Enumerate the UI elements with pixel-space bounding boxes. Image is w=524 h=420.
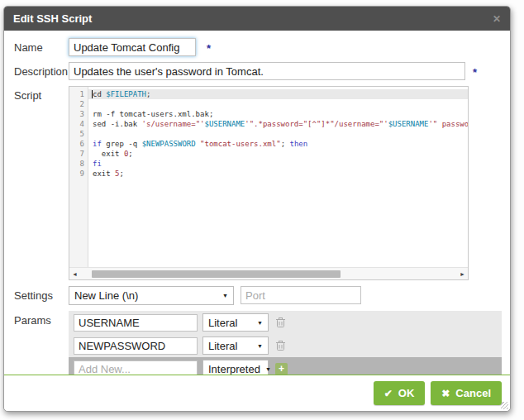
settings-label: Settings [14, 286, 69, 302]
param-type-value: Literal [208, 340, 237, 352]
description-label: Description [14, 62, 69, 78]
code-line[interactable]: rm -f tomcat-users.xml.bak; [88, 109, 468, 119]
line-number: 4 [69, 119, 84, 129]
line-number: 9 [69, 169, 84, 179]
name-label: Name [14, 38, 69, 54]
param-type-value: Interpreted [208, 363, 260, 375]
scrollbar-track[interactable] [80, 270, 457, 278]
code-line[interactable] [88, 99, 468, 109]
trash-icon[interactable] [275, 317, 286, 328]
trash-icon[interactable] [275, 340, 286, 351]
line-number: 1 [69, 89, 84, 99]
scroll-right-icon[interactable]: ► [457, 271, 468, 277]
description-input[interactable] [69, 62, 465, 80]
line-number: 5 [69, 129, 84, 139]
resize-handle-icon[interactable] [501, 402, 508, 409]
scroll-left-icon[interactable]: ◄ [69, 271, 80, 277]
description-row: Description * [14, 62, 502, 80]
script-row: Script 123456789 cd $FILEPATH;rm -f tomc… [14, 86, 502, 280]
cancel-button[interactable]: ✖ Cancel [431, 381, 502, 405]
add-param-button[interactable]: + [275, 363, 288, 375]
dialog-body: Name * Description * Script 123456789 cd… [4, 31, 510, 380]
line-ending-select[interactable]: New Line (\n) ▼ [69, 286, 234, 305]
code-line[interactable]: exit 0; [88, 149, 468, 159]
description-required-mark: * [473, 62, 477, 79]
chevron-down-icon: ▼ [217, 293, 228, 298]
name-input[interactable] [69, 38, 196, 56]
param-type-select[interactable]: Literal▼ [202, 336, 269, 355]
params-panel: Literal▼Literal▼Interpreted▼+ [69, 311, 502, 380]
ok-button-label: OK [398, 387, 415, 399]
cancel-button-label: Cancel [455, 387, 491, 399]
chevron-down-icon: ▼ [260, 366, 271, 372]
check-icon: ✔ [384, 388, 393, 399]
params-label: Params [14, 311, 69, 327]
script-code-editor[interactable]: 123456789 cd $FILEPATH;rm -f tomcat-user… [69, 86, 469, 280]
line-number: 2 [69, 99, 84, 109]
line-number: 7 [69, 149, 84, 159]
params-row: Params Literal▼Literal▼Interpreted▼+ [14, 311, 502, 380]
line-number: 8 [69, 159, 84, 169]
line-number: 3 [69, 109, 84, 119]
line-number-gutter: 123456789 [69, 87, 88, 267]
ok-button[interactable]: ✔ OK [374, 381, 426, 405]
line-ending-value: New Line (\n) [74, 289, 138, 302]
param-type-value: Literal [208, 317, 237, 329]
name-required-mark: * [207, 38, 211, 55]
code-line[interactable]: cd $FILEPATH; [88, 89, 468, 99]
settings-row: Settings New Line (\n) ▼ [14, 286, 502, 305]
param-type-select[interactable]: Literal▼ [202, 313, 269, 332]
code-line[interactable]: fi [88, 159, 468, 169]
code-line[interactable]: sed -i.bak 's/username="'$USERNAME'".*pa… [88, 119, 468, 129]
code-line[interactable]: if grep -q $NEWPASSWORD "tomcat-users.xm… [88, 139, 468, 149]
dialog-title: Edit SSH Script [13, 12, 493, 25]
code-area[interactable]: 123456789 cd $FILEPATH;rm -f tomcat-user… [69, 87, 468, 267]
edit-ssh-script-dialog: Edit SSH Script ✕ Name * Description * S… [3, 6, 511, 412]
chevron-down-icon: ▼ [252, 320, 263, 326]
line-number: 6 [69, 139, 84, 149]
port-input[interactable] [241, 286, 361, 304]
code-line[interactable]: exit 5; [88, 169, 468, 179]
dialog-footer: ✔ OK ✖ Cancel [4, 375, 510, 411]
param-name-input[interactable] [74, 337, 198, 355]
x-icon: ✖ [441, 388, 450, 399]
param-row: Literal▼ [69, 334, 502, 357]
dialog-header: Edit SSH Script ✕ [4, 7, 510, 31]
code-content[interactable]: cd $FILEPATH;rm -f tomcat-users.xml.bak;… [88, 87, 468, 267]
code-line[interactable] [88, 129, 468, 139]
chevron-down-icon: ▼ [252, 343, 263, 349]
param-row: Literal▼ [69, 311, 502, 334]
script-label: Script [14, 86, 69, 102]
horizontal-scrollbar[interactable]: ◄ ► [69, 267, 468, 279]
name-row: Name * [14, 38, 502, 56]
plus-icon: + [275, 363, 288, 375]
param-name-input[interactable] [74, 314, 198, 332]
scrollbar-thumb[interactable] [92, 270, 341, 278]
close-icon[interactable]: ✕ [493, 14, 501, 24]
